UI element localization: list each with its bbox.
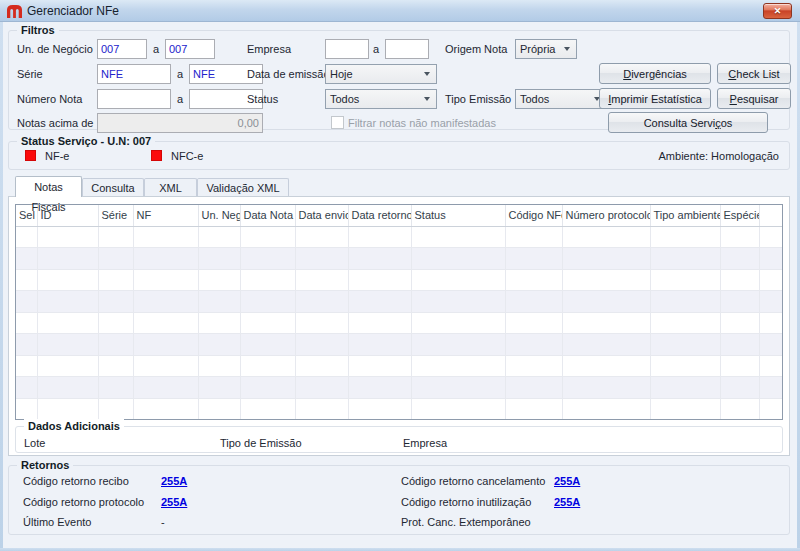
tab-validacao-xml[interactable]: Validação XML	[197, 178, 289, 197]
table-cell	[98, 398, 133, 420]
codigo-retorno-inutilizacao-link[interactable]: 255A	[554, 494, 580, 510]
table-cell	[98, 248, 133, 270]
table-cell	[759, 355, 783, 377]
consulta-servicos-button[interactable]: Consulta Serviços	[608, 112, 768, 133]
table-cell	[505, 248, 562, 270]
origem-nota-select[interactable]: Própria	[515, 39, 577, 59]
numero-nota-from-input[interactable]	[97, 89, 171, 109]
table-cell	[16, 291, 37, 313]
table-cell	[348, 355, 411, 377]
table-cell	[759, 334, 783, 356]
app-window: Gerenciador NFe ✕ Filtros Un. de Negócio…	[0, 0, 800, 551]
table-cell	[720, 355, 759, 377]
codigo-retorno-cancelamento-link[interactable]: 255A	[554, 473, 580, 489]
codigo-retorno-protocolo-link[interactable]: 255A	[161, 494, 187, 510]
column-header[interactable]: Status	[411, 205, 505, 226]
column-header[interactable]: Data envio	[295, 205, 348, 226]
codigo-retorno-recibo-link[interactable]: 255A	[161, 473, 187, 489]
imprimir-estatistica-button[interactable]: Imprimir Estatística	[599, 88, 711, 109]
table-cell	[505, 312, 562, 334]
table-row[interactable]	[16, 398, 783, 420]
table-row[interactable]	[16, 355, 783, 377]
table-cell	[198, 226, 240, 248]
column-header[interactable]: Tipo ambiente	[650, 205, 720, 226]
nfe-label: NF-e	[45, 146, 69, 166]
table-cell	[505, 334, 562, 356]
check-list-button[interactable]: Check List	[717, 63, 791, 84]
table-cell	[295, 269, 348, 291]
table-row[interactable]	[16, 377, 783, 399]
column-header[interactable]: Espécie	[720, 205, 759, 226]
table-cell	[16, 226, 37, 248]
un-negocio-from-input[interactable]	[97, 39, 147, 59]
table-cell	[720, 312, 759, 334]
table-cell	[411, 398, 505, 420]
column-header[interactable]: Código NFe	[505, 205, 562, 226]
table-cell	[16, 269, 37, 291]
column-header[interactable]: Data Nota	[240, 205, 295, 226]
table-cell	[650, 269, 720, 291]
table-row[interactable]	[16, 269, 783, 291]
column-header[interactable]: Série	[98, 205, 133, 226]
grid-body	[16, 226, 783, 420]
empresa-adicional-label: Empresa	[403, 433, 447, 453]
filtrar-manifestadas-label: Filtrar notas não manifestadas	[348, 117, 496, 130]
table-row[interactable]	[16, 248, 783, 270]
column-header[interactable]	[759, 205, 783, 226]
table-cell	[37, 355, 98, 377]
serie-from-input[interactable]	[97, 64, 171, 84]
table-cell	[562, 248, 650, 270]
tab-consulta-nfe[interactable]: Consulta NFe	[82, 178, 144, 197]
data-emissao-select[interactable]: Hoje	[325, 64, 437, 84]
table-cell	[198, 312, 240, 334]
close-button[interactable]: ✕	[763, 3, 792, 19]
status-select[interactable]: Todos	[325, 89, 437, 109]
table-cell	[240, 355, 295, 377]
table-row[interactable]	[16, 291, 783, 313]
origem-nota-label: Origem Nota	[445, 39, 507, 59]
table-cell	[37, 377, 98, 399]
empresa-label: Empresa	[247, 39, 291, 59]
table-cell	[133, 398, 198, 420]
nfe-status-indicator	[25, 150, 36, 161]
pesquisar-button[interactable]: Pesquisar	[717, 88, 791, 109]
chevron-down-icon	[424, 97, 430, 101]
table-row[interactable]	[16, 312, 783, 334]
divergencias-button[interactable]: Divergências	[599, 63, 711, 84]
tab-xml[interactable]: XML	[144, 178, 197, 197]
dados-adicionais-legend: Dados Adicionais	[24, 419, 124, 433]
table-cell	[411, 291, 505, 313]
table-cell	[411, 226, 505, 248]
tab-notas-fiscais[interactable]: Notas Fiscais	[15, 176, 82, 197]
table-row[interactable]	[16, 226, 783, 248]
table-cell	[295, 355, 348, 377]
table-cell	[240, 312, 295, 334]
table-cell	[759, 226, 783, 248]
table-cell	[295, 248, 348, 270]
table-cell	[295, 377, 348, 399]
empresa-to-input[interactable]	[385, 39, 429, 59]
column-header[interactable]: Un. Neg.	[198, 205, 240, 226]
table-row[interactable]	[16, 334, 783, 356]
table-cell	[198, 248, 240, 270]
table-cell	[650, 226, 720, 248]
tipo-de-emissao-label: Tipo de Emissão	[220, 433, 302, 453]
column-header[interactable]: NF	[133, 205, 198, 226]
un-negocio-to-input[interactable]	[165, 39, 215, 59]
titlebar: Gerenciador NFe ✕	[0, 0, 800, 22]
tipo-emissao-select[interactable]: Todos	[515, 89, 607, 109]
table-cell	[562, 226, 650, 248]
table-cell	[16, 355, 37, 377]
column-header[interactable]: Número protocolo	[562, 205, 650, 226]
empresa-from-input[interactable]	[325, 39, 369, 59]
table-cell	[98, 291, 133, 313]
table-cell	[411, 355, 505, 377]
table-cell	[505, 398, 562, 420]
nfce-status-indicator	[151, 150, 162, 161]
table-cell	[348, 398, 411, 420]
table-cell	[348, 248, 411, 270]
table-cell	[133, 291, 198, 313]
table-cell	[295, 312, 348, 334]
column-header[interactable]: Data retorno	[348, 205, 411, 226]
table-cell	[720, 248, 759, 270]
